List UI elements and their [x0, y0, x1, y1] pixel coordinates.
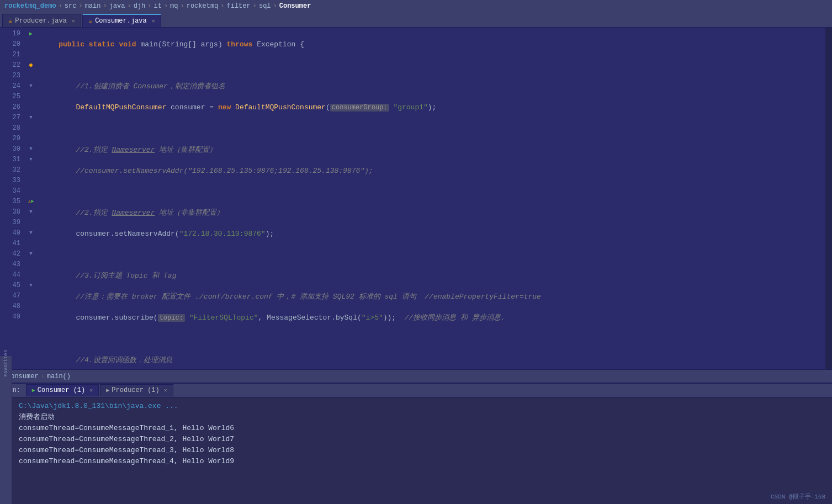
breadcrumb-java[interactable]: java — [109, 2, 125, 10]
editor-gutter: ▶ ● ▼ ▼ ▼ ▼ ⚠▶ ▼ ▼ ▼ ▼ — [25, 28, 37, 369]
run-output: C:\Java\jdk1.8.0_131\bin\java.exe ... 消费… — [12, 397, 832, 504]
line-19: public static void main(String[] args) t… — [41, 39, 821, 50]
breadcrumb-it[interactable]: it — [153, 2, 161, 10]
run-tab-producer[interactable]: ▶ Producer (1) ✕ — [100, 384, 173, 396]
project-name[interactable]: rocketmq_demo — [4, 2, 56, 10]
run-toolbar: ⟳ ■ 📷 ⬇ ⚙ 📌 🗑 C:\Java\jdk1.8.0_131\bin\j… — [0, 397, 832, 504]
status-method: main() — [47, 373, 71, 380]
line-28: consumer.setNamesrvAddr("172.18.30.110:9… — [41, 229, 821, 239]
gutter-warn-35: ⚠▶ — [25, 197, 37, 207]
line-26 — [41, 187, 821, 197]
run-tab-consumer[interactable]: ▶ Consumer (1) ✕ — [26, 384, 99, 396]
output-line-5: consumeThread=ConsumeMessageThread_3, He… — [19, 445, 825, 456]
line-32: consumer.subscribe(topic: "FilterSQLTopi… — [41, 312, 821, 323]
output-line-1: C:\Java\jdk1.8.0_131\bin\java.exe ... — [19, 401, 825, 412]
gutter-fold-42[interactable]: ▼ — [25, 249, 37, 259]
run-tab-consumer-close[interactable]: ✕ — [89, 387, 93, 394]
run-tab-producer-icon: ▶ — [106, 387, 109, 394]
code-editor: 1920212223 2425262728 2930313233 3435383… — [0, 28, 832, 369]
line-34: //4.设置回调函数，处理消息 — [41, 355, 821, 365]
producer-tab-icon: ☕ — [8, 17, 12, 25]
gutter-fold-31[interactable]: ▼ — [25, 155, 37, 165]
watermark: CSDN @段子手-168 — [771, 492, 825, 501]
output-line-2: 消费者启动 — [19, 412, 825, 423]
gutter-fold-45[interactable]: ▼ — [25, 280, 37, 291]
breadcrumb-mq[interactable]: mq — [170, 2, 178, 10]
breadcrumb-consumer: Consumer — [279, 2, 311, 10]
gutter-fold-30[interactable]: ▼ — [25, 144, 37, 155]
run-tab-consumer-icon: ▶ — [32, 387, 35, 394]
consumer-tab-label: Consumer.java — [95, 17, 147, 25]
tab-consumer[interactable]: ☕ Consumer.java ✕ — [82, 14, 161, 27]
producer-tab-label: Producer.java — [15, 17, 67, 25]
editor-scrollbar[interactable] — [825, 28, 832, 369]
run-tab-producer-label: Producer (1) — [112, 386, 159, 394]
line-27: //2.指定 Nameserver 地址（非集群配置） — [41, 208, 821, 218]
output-line-3: consumeThread=ConsumeMessageThread_1, He… — [19, 423, 825, 434]
run-tab-bar: Run: ▶ Consumer (1) ✕ ▶ Producer (1) ✕ — [0, 384, 832, 397]
producer-tab-close[interactable]: ✕ — [72, 18, 75, 24]
breadcrumb-sep-1: › — [59, 2, 62, 10]
editor-status-bar: Consumer › main() — [0, 369, 832, 383]
line-23 — [41, 124, 821, 134]
run-tab-producer-close[interactable]: ✕ — [164, 387, 167, 394]
line-numbers: 1920212223 2425262728 2930313233 3435383… — [0, 28, 25, 369]
breadcrumb-bar: rocketmq_demo › src › main › java › djh … — [0, 0, 832, 12]
breadcrumb-filter[interactable]: filter — [227, 2, 251, 10]
consumer-tab-close[interactable]: ✕ — [152, 18, 155, 24]
gutter-fold-38[interactable]: ▼ — [25, 207, 37, 217]
gutter-run-19[interactable]: ▶ — [25, 29, 37, 39]
run-tab-consumer-label: Consumer (1) — [38, 386, 85, 394]
line-30: //3.订阅主题 Topic 和 Tag — [41, 270, 821, 281]
fav-btn-1[interactable]: Favorites — [1, 358, 11, 368]
favorites-bar: Favorites — [0, 356, 12, 504]
breadcrumb-djh[interactable]: djh — [134, 2, 146, 10]
tab-producer[interactable]: ☕ Producer.java ✕ — [2, 14, 81, 27]
line-31: //注意：需要在 broker 配置文件 ./conf/broker.conf … — [41, 291, 821, 302]
breadcrumb-sql[interactable]: sql — [259, 2, 271, 10]
gutter-fold-27[interactable]: ▼ — [25, 113, 37, 123]
line-25: //consumer.setNamesrvAddr("192.168.25.13… — [41, 166, 821, 176]
run-panel: Run: ▶ Consumer (1) ✕ ▶ Producer (1) ✕ ⟳… — [0, 383, 832, 504]
line-20 — [41, 60, 821, 71]
line-22: DefaultMQPushConsumer consumer = new Def… — [41, 102, 821, 113]
breadcrumb-main[interactable]: main — [85, 2, 101, 10]
line-21: //1.创建消费者 Consumer，制定消费者组名 — [41, 81, 821, 92]
gutter-fold-24[interactable]: ▼ — [25, 81, 37, 92]
gutter-fold-40[interactable]: ▼ — [25, 228, 37, 238]
breadcrumb-src[interactable]: src — [65, 2, 77, 10]
editor-tab-bar: ☕ Producer.java ✕ ☕ Consumer.java ✕ — [0, 12, 832, 28]
output-line-6: consumeThread=ConsumeMessageThread_4, He… — [19, 456, 825, 467]
gutter-bookmark-22: ● — [25, 60, 37, 71]
consumer-tab-icon: ☕ — [88, 17, 92, 25]
line-29 — [41, 250, 821, 260]
line-33 — [41, 334, 821, 344]
code-lines[interactable]: public static void main(String[] args) t… — [37, 28, 825, 369]
output-line-4: consumeThread=ConsumeMessageThread_2, He… — [19, 434, 825, 445]
line-24: //2.指定 Nameserver 地址（集群配置） — [41, 145, 821, 155]
breadcrumb-rocketmq[interactable]: rocketmq — [187, 2, 219, 10]
